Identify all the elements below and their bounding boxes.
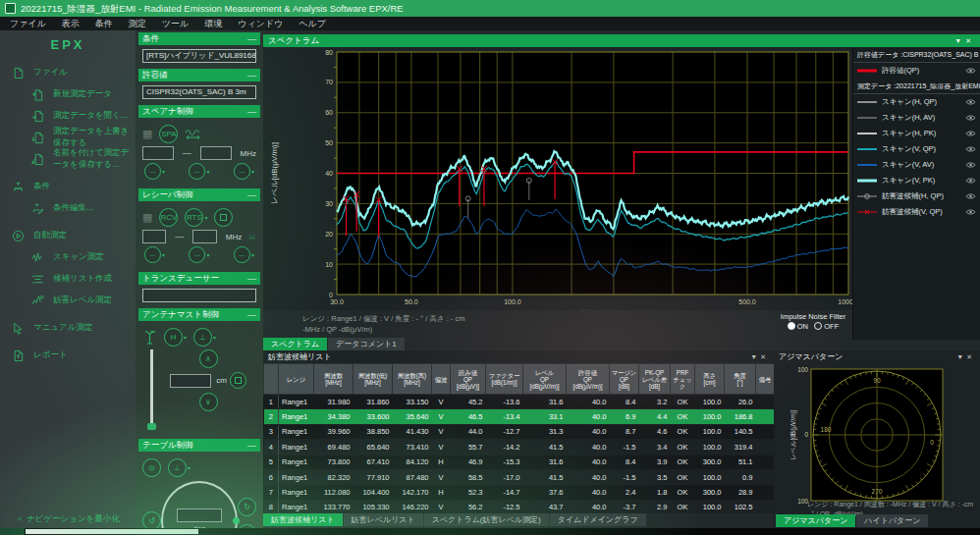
panel-antenna-mast-header[interactable]: アンテナマスト制御 — [138,308,260,321]
table-column-header[interactable]: 許容値 QP [dB(μV/m)] [567,364,610,395]
collapse-icon[interactable]: — [247,441,256,451]
menu-item-2[interactable]: 条件 [87,17,121,30]
table-column-header[interactable]: PRF チェック [671,364,695,395]
azimuth-tab-0[interactable]: アジマスパターン [776,514,855,527]
legend-item-1[interactable]: スキャン(H, AV) [853,110,980,126]
table-column-header[interactable]: 角度 [°] [725,364,756,395]
table-row-6[interactable]: 6Range182.32077.91087.480V58.5-17.041.54… [264,469,775,484]
candidate-list-header[interactable]: 妨害波候補リスト ▼✕ [263,350,774,363]
transducer-value-field[interactable] [142,289,256,302]
mast-up-button[interactable]: ∧ [199,349,218,368]
spa-level-button-2[interactable]: — [189,163,205,180]
table-column-header[interactable]: マージン QP [dB] [610,364,639,395]
table-row-7[interactable]: 7Range1112.080104.400142.170H52.3-14.737… [264,485,775,500]
receiver-level-button-1[interactable]: — [144,246,161,263]
table-angle-input[interactable] [177,508,222,522]
close-icon[interactable]: ✕ [760,353,769,360]
table-row-1[interactable]: 1Range131.98031.86033.150V45.2-13.631.64… [264,395,775,409]
sidebar-item-6[interactable]: 条件編集... [0,197,136,219]
receiver-level-button-2[interactable]: — [189,246,205,263]
polarization-h-button[interactable]: H [164,328,183,347]
eye-icon[interactable] [965,208,976,216]
rotate-cw-button[interactable]: ↻ [238,498,256,516]
collapse-icon[interactable]: — [247,274,256,284]
eye-icon[interactable] [965,192,976,200]
azimuth-panel-header[interactable]: アジマスパターン ▼✕ [774,350,980,363]
candidate-table[interactable]: レンジ周波数 [MHz]周波数(低) [MHz]周波数(高) [MHz]偏波読み… [263,363,774,513]
table-mode-button[interactable]: ⊥ [168,458,187,477]
chevron-down-icon[interactable]: ▾ [184,334,187,341]
panel-table-control-header[interactable]: テーブル制御 — [138,439,260,452]
chevron-down-icon[interactable]: ▾ [206,168,209,175]
menu-item-1[interactable]: 表示 [54,17,87,30]
legend-item-5[interactable]: スキャン(V, PK) [853,173,980,188]
table-column-header[interactable]: 高さ [cm] [695,364,725,395]
table-column-header[interactable]: 読み値 QP [dB(μV)] [451,364,486,395]
eye-icon[interactable] [965,161,976,169]
table-row-4[interactable]: 4Range169.48065.64073.410V55.7-14.241.54… [264,440,775,455]
condition-value-field[interactable]: [RTS]ハイブリッド_VUL89168_30-1... [142,49,256,63]
table-row-2[interactable]: 2Range134.38033.60035.640V46.5-13.433.14… [264,409,775,424]
turntable-dial[interactable]: deg [161,481,238,528]
table-column-header[interactable]: レベル QP [dB(μV/m)] [523,364,567,395]
collapse-icon[interactable]: — [247,34,256,44]
table-column-header[interactable]: 周波数(高) [MHz] [393,364,432,395]
chevron-down-icon[interactable]: ▾ [162,251,165,258]
table-column-header[interactable]: ファクター [dB(1/m)] [486,364,523,395]
menu-item-4[interactable]: ツール [154,17,196,30]
chevron-down-icon[interactable]: ▾ [162,168,165,175]
spectrum-tab-1[interactable]: データコメント1 [328,338,405,350]
sidebar-item-2[interactable]: 測定データを開く... [0,105,136,127]
legend-item-limit[interactable]: 許容値(QP) [853,63,980,79]
sidebar-item-5[interactable]: 条件 [0,176,136,197]
sidebar-item-9[interactable]: 候補リスト作成 [0,268,136,290]
menu-item-6[interactable]: ウィンドウ [230,17,291,30]
chevron-down-icon[interactable]: ▾ [204,214,207,221]
receiver-start-frequency-input[interactable] [142,230,166,243]
panel-spa-header[interactable]: スペアナ制御 — [138,105,260,118]
spa-stop-frequency-input[interactable] [200,146,232,160]
eye-icon[interactable] [965,177,976,185]
table-row-3[interactable]: 3Range139.96038.85041.430V44.0-12.731.34… [264,424,775,439]
azimuth-tab-1[interactable]: ハイトパターン [856,514,928,527]
spectrum-tab-0[interactable]: スペクトラム [263,338,327,350]
mast-height-input[interactable] [170,374,211,388]
menu-item-0[interactable]: ファイル [2,17,54,30]
legend-item-2[interactable]: スキャン(H, PK) [853,126,980,141]
eye-icon[interactable] [965,145,976,153]
chevron-down-icon[interactable]: ▾ [251,251,254,258]
collapse-icon[interactable]: — [247,107,256,117]
legend-item-4[interactable]: スキャン(V, AV) [853,157,980,173]
collapse-icon[interactable]: — [247,310,256,320]
dropdown-icon[interactable]: ▼ [750,353,760,360]
rotate-ccw-button[interactable]: ↺ [142,511,161,529]
table-column-header[interactable]: レンジ [279,364,314,395]
table-row-5[interactable]: 5Range173.80067.41084.120H46.9-15.331.64… [264,455,775,469]
sidebar-item-8[interactable]: スキャン測定 [0,246,136,268]
spectrum-panel-header[interactable]: スペクトラム ▼✕ [263,34,980,47]
horizontal-scrollbar[interactable] [0,528,980,535]
spa-level-button-3[interactable]: — [234,163,250,180]
chevron-down-icon[interactable]: ▾ [206,251,209,258]
dropdown-icon[interactable]: ▼ [956,353,966,360]
close-icon[interactable]: ✕ [965,37,975,44]
receiver-rts-button[interactable]: RTS [185,208,203,227]
chevron-down-icon[interactable]: ▾ [213,334,216,341]
panel-limit-header[interactable]: 許容値 — [138,69,260,81]
bottom-tab-3[interactable]: タイムドメイングラフ [550,513,646,526]
panel-condition-header[interactable]: 条件 — [138,32,260,45]
mast-height-slider[interactable] [150,349,153,430]
legend-item-3[interactable]: スキャン(V, QP) [853,141,980,157]
panel-receiver-header[interactable]: レシーバ制御 — [138,188,260,201]
bottom-tab-1[interactable]: 妨害レベルリスト [344,513,423,526]
menu-item-5[interactable]: 環境 [196,17,230,30]
table-column-header[interactable]: 周波数(低) [MHz] [354,364,393,395]
receiver-level-button-3[interactable]: — [234,246,250,263]
spa-connect-button[interactable]: SPA [159,125,178,143]
legend-item-0[interactable]: スキャン(H, QP) [853,94,980,110]
azimuth-polar-chart[interactable]: 9018002701000100レベル[dB(μV/m)] [774,363,980,514]
menu-item-3[interactable]: 測定 [121,17,154,30]
legend-item-6[interactable]: 妨害波候補(H, QP) [853,188,980,204]
dropdown-icon[interactable]: ▼ [954,37,965,44]
limit-value-field[interactable]: CISPR32(OATS_SAC) B 3m [142,85,256,99]
